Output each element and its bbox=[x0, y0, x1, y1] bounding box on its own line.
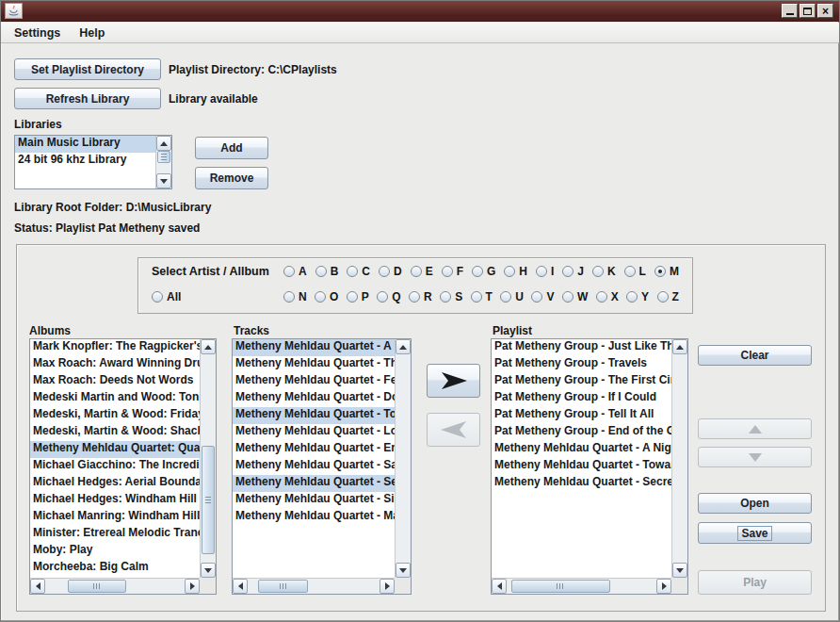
album-row[interactable]: Max Roach: Deeds Not Words bbox=[30, 373, 201, 390]
scrollbar-thumb[interactable] bbox=[258, 580, 308, 593]
artist-letter-radio[interactable]: S bbox=[440, 290, 462, 303]
scroll-up-icon[interactable] bbox=[201, 339, 216, 354]
album-row[interactable]: Michael Giacchino: The Incredibl bbox=[30, 458, 201, 475]
track-row[interactable]: Metheny Mehldau Quartet - Long bbox=[233, 424, 396, 441]
scroll-up-icon[interactable] bbox=[156, 136, 171, 151]
track-row[interactable]: Metheny Mehldau Quartet - Don' bbox=[233, 390, 396, 407]
playlist-row[interactable]: Pat Metheny Group - Travels bbox=[492, 356, 672, 373]
track-row[interactable]: Metheny Mehldau Quartet - Sant bbox=[233, 458, 396, 475]
clear-playlist-button[interactable]: Clear bbox=[698, 345, 812, 366]
playlist-row[interactable]: Metheny Mehldau Quartet - Towar bbox=[492, 458, 672, 475]
add-to-playlist-button[interactable] bbox=[427, 364, 480, 398]
artist-letter-radio[interactable]: B bbox=[315, 265, 339, 278]
scroll-left-icon[interactable] bbox=[233, 579, 248, 594]
menu-settings[interactable]: Settings bbox=[8, 25, 66, 41]
playlist-row[interactable]: Pat Metheny Group - Just Like The bbox=[492, 339, 672, 356]
scroll-down-icon[interactable] bbox=[156, 173, 171, 188]
remove-from-playlist-button[interactable] bbox=[427, 413, 480, 447]
track-row[interactable]: Metheny Mehldau Quartet - En L bbox=[233, 441, 396, 458]
artist-letter-radio[interactable]: Y bbox=[626, 290, 649, 303]
track-row[interactable]: Metheny Mehldau Quartet - Fear bbox=[233, 373, 396, 390]
refresh-library-button[interactable]: Refresh Library bbox=[14, 88, 161, 109]
scroll-up-icon[interactable] bbox=[396, 339, 411, 354]
album-row[interactable]: Michael Manring: Windham Hill R bbox=[30, 509, 201, 526]
artist-letter-radio[interactable]: N bbox=[283, 290, 307, 303]
track-row[interactable]: Metheny Mehldau Quartet - Mart bbox=[233, 509, 396, 526]
tracks-vertical-scrollbar[interactable] bbox=[395, 339, 411, 578]
library-row[interactable]: 24 bit 96 khz Library bbox=[15, 153, 155, 170]
playlist-row[interactable]: Metheny Mehldau Quartet - A Nigh bbox=[492, 441, 672, 458]
move-down-button[interactable] bbox=[698, 447, 812, 467]
scroll-right-icon[interactable] bbox=[656, 579, 671, 594]
artist-letter-radio[interactable]: D bbox=[379, 265, 402, 278]
album-row[interactable]: Michael Hedges: Windham Hill R bbox=[30, 492, 201, 509]
library-row[interactable]: Main Music Library bbox=[15, 136, 155, 153]
artist-letter-radio[interactable]: F bbox=[442, 265, 463, 278]
playlist-row[interactable]: Pat Metheny Group - End of the Ga bbox=[492, 424, 672, 441]
artist-letter-radio[interactable]: J bbox=[562, 265, 584, 278]
playlist-row[interactable]: Pat Metheny Group - The First Circ bbox=[492, 373, 672, 390]
move-up-button[interactable] bbox=[698, 418, 812, 439]
albums-horizontal-scrollbar[interactable] bbox=[30, 578, 200, 594]
artist-letter-radio[interactable]: I bbox=[536, 265, 554, 278]
java-coffee-cup-icon[interactable] bbox=[5, 3, 23, 19]
scrollbar-thumb[interactable] bbox=[202, 446, 215, 554]
add-library-button[interactable]: Add bbox=[195, 137, 268, 159]
scrollbar-thumb[interactable] bbox=[68, 580, 126, 593]
album-row[interactable]: Michael Hedges: Aerial Boundar bbox=[30, 475, 201, 492]
playlist-row[interactable]: Metheny Mehldau Quartet - Secret bbox=[492, 475, 672, 492]
playlist-horizontal-scrollbar[interactable] bbox=[492, 578, 671, 594]
album-row[interactable]: Medeski, Martin & Wood: Friday bbox=[30, 407, 201, 424]
albums-vertical-scrollbar[interactable] bbox=[200, 339, 216, 578]
artist-letter-radio[interactable]: V bbox=[531, 290, 554, 303]
scroll-down-icon[interactable] bbox=[672, 563, 687, 578]
track-row[interactable]: Metheny Mehldau Quartet - Siler bbox=[233, 492, 396, 509]
track-row[interactable]: Metheny Mehldau Quartet - A Ni bbox=[233, 339, 396, 356]
play-button[interactable]: Play bbox=[698, 570, 812, 595]
scrollbar-thumb[interactable] bbox=[511, 580, 610, 593]
artist-letter-radio[interactable]: Z bbox=[657, 290, 679, 303]
scroll-up-icon[interactable] bbox=[672, 339, 687, 354]
minimize-icon[interactable] bbox=[782, 4, 798, 18]
track-row[interactable]: Metheny Mehldau Quartet - Tow bbox=[233, 407, 396, 424]
track-row[interactable]: Metheny Mehldau Quartet - Secr bbox=[233, 475, 396, 492]
libraries-vertical-scrollbar[interactable] bbox=[155, 136, 171, 188]
playlist-row[interactable]: Pat Metheny Group - Tell It All bbox=[492, 407, 672, 424]
tracks-horizontal-scrollbar[interactable] bbox=[233, 578, 395, 594]
album-row[interactable]: Morcheeba: Big Calm bbox=[30, 560, 201, 577]
artist-letter-radio[interactable]: W bbox=[562, 290, 588, 303]
artist-letter-radio[interactable]: T bbox=[471, 290, 493, 303]
artist-letter-radio[interactable]: O bbox=[315, 290, 338, 303]
album-row[interactable]: Mark Knopfler: The Ragpicker's bbox=[30, 339, 201, 356]
track-row[interactable]: Metheny Mehldau Quartet - The bbox=[233, 356, 396, 373]
album-row[interactable]: Moby: Play bbox=[30, 543, 201, 560]
save-playlist-button[interactable]: Save bbox=[698, 522, 812, 544]
open-playlist-button[interactable]: Open bbox=[698, 493, 812, 514]
artist-letter-radio[interactable]: H bbox=[504, 265, 527, 278]
scroll-left-icon[interactable] bbox=[30, 579, 45, 594]
scroll-right-icon[interactable] bbox=[380, 579, 395, 594]
remove-library-button[interactable]: Remove bbox=[195, 167, 268, 189]
artist-letter-radio[interactable]: Q bbox=[377, 290, 400, 303]
scroll-left-icon[interactable] bbox=[492, 579, 507, 594]
artist-letter-radio[interactable]: C bbox=[347, 265, 370, 278]
album-row[interactable]: Metheny Mehldau Quartet: Quart bbox=[30, 441, 201, 458]
scroll-right-icon[interactable] bbox=[185, 579, 200, 594]
artist-letter-radio[interactable]: L bbox=[624, 265, 646, 278]
maximize-icon[interactable] bbox=[800, 4, 816, 18]
set-playlist-directory-button[interactable]: Set Playlist Directory bbox=[14, 58, 161, 80]
scroll-down-icon[interactable] bbox=[201, 563, 216, 578]
artist-letter-radio[interactable]: M bbox=[654, 265, 679, 278]
artist-letter-radio[interactable]: R bbox=[409, 290, 432, 303]
album-row[interactable]: Max Roach: Award Winning Drum bbox=[30, 356, 201, 373]
scroll-down-icon[interactable] bbox=[396, 563, 411, 578]
playlist-row[interactable]: Pat Metheny Group - If I Could bbox=[492, 390, 672, 407]
artist-letter-radio[interactable]: E bbox=[411, 265, 433, 278]
close-icon[interactable]: × bbox=[817, 4, 833, 18]
album-row[interactable]: Minister: Etrereal Melodic Tranc bbox=[30, 526, 201, 543]
artist-letter-radio[interactable]: X bbox=[596, 290, 619, 303]
album-row[interactable]: Medeski Martin and Wood: Tonic bbox=[30, 390, 201, 407]
scrollbar-thumb[interactable] bbox=[157, 151, 170, 163]
album-row[interactable]: Medeski, Martin & Wood: Shack bbox=[30, 424, 201, 441]
playlist-vertical-scrollbar[interactable] bbox=[671, 339, 687, 578]
